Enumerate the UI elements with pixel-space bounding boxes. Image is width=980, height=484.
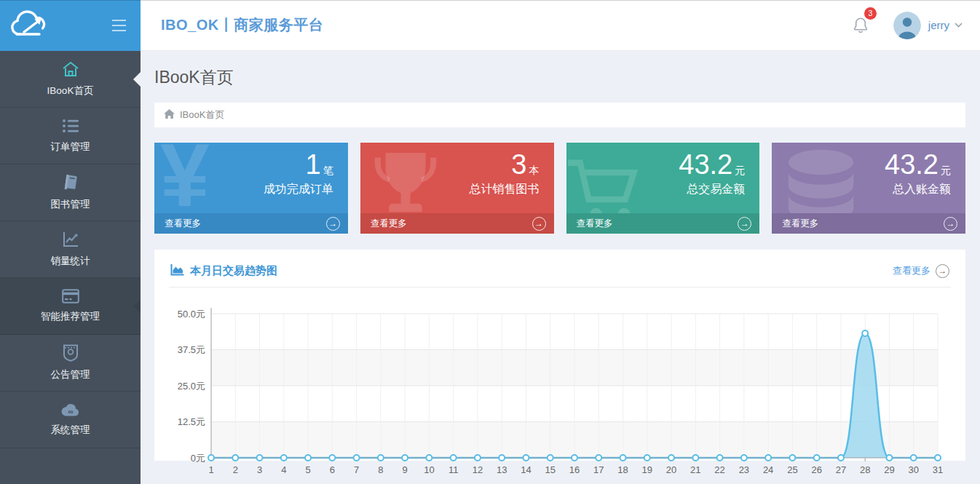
sidebar-item-1[interactable]: IBooK首页 [0, 51, 141, 108]
stat-card-3[interactable]: 43.2元总交易金额查看更多→ [566, 143, 760, 234]
svg-text:18: 18 [617, 464, 628, 475]
svg-text:12.5元: 12.5元 [178, 416, 205, 427]
stat-card-footer: 查看更多→ [772, 213, 965, 234]
content-area: IBooK首页 IBooK首页 ¥1笔成功完成订单查看更多→3本总计销售图书查看… [141, 51, 980, 484]
svg-text:1: 1 [208, 464, 213, 475]
arrow-circle-icon: → [936, 264, 949, 278]
svg-text:16: 16 [569, 464, 580, 475]
svg-text:9: 9 [403, 464, 408, 475]
stat-card-footer: 查看更多→ [566, 213, 760, 234]
view-more-link[interactable]: 查看更多 [371, 218, 407, 230]
arrow-circle-icon: → [326, 217, 340, 231]
stat-label: 总入账金额 [786, 182, 951, 197]
view-more-link[interactable]: 查看更多 [165, 218, 201, 230]
app-window: IBooK首页订单管理图书管理销量统计智能推荐管理公告管理∞系统管理 IBO_O… [0, 0, 980, 484]
cloud-icon: ∞ [61, 402, 80, 420]
sidebar-logo-block [0, 0, 141, 51]
sidebar-nav: IBooK首页订单管理图书管理销量统计智能推荐管理公告管理∞系统管理 [0, 51, 141, 484]
sidebar-item-7[interactable]: ∞系统管理 [0, 392, 141, 448]
stat-card-body: 1笔成功完成订单 [154, 143, 348, 213]
svg-text:50.0元: 50.0元 [178, 309, 205, 320]
stat-unit: 元 [735, 164, 745, 176]
svg-text:∞: ∞ [68, 408, 73, 416]
notification-badge: 3 [864, 7, 877, 20]
brand-title: IBO_OK丨商家服务平台 [161, 15, 323, 35]
cloud-logo-icon [9, 9, 54, 42]
svg-text:19: 19 [642, 464, 652, 475]
chevron-down-icon[interactable] [955, 23, 963, 28]
area-chart-icon [170, 263, 184, 278]
chart-panel: 本月日交易趋势图 查看更多 → 0元12.5元25.0元37.5元50.0元12… [154, 250, 965, 461]
sidebar-item-label: 销量统计 [51, 255, 90, 268]
svg-text:14: 14 [521, 464, 531, 475]
svg-text:25.0元: 25.0元 [178, 381, 205, 392]
sidebar-item-2[interactable]: 订单管理 [0, 108, 141, 164]
svg-text:23: 23 [739, 464, 749, 475]
username[interactable]: jerry [928, 19, 949, 31]
svg-text:17: 17 [593, 464, 604, 475]
avatar[interactable] [893, 12, 921, 39]
stat-card-footer: 查看更多→ [360, 213, 554, 234]
stat-card-1[interactable]: ¥1笔成功完成订单查看更多→ [154, 143, 348, 234]
stat-cards-row: ¥1笔成功完成订单查看更多→3本总计销售图书查看更多→43.2元总交易金额查看更… [154, 143, 965, 234]
svg-text:5: 5 [305, 464, 310, 475]
badge-icon [63, 344, 79, 365]
sidebar-item-label: 图书管理 [51, 198, 90, 211]
sidebar-item-6[interactable]: 公告管理 [0, 335, 141, 392]
sidebar-item-4[interactable]: 销量统计 [0, 221, 141, 278]
stat-value: 1笔 [169, 149, 333, 180]
stat-label: 总交易金额 [581, 182, 746, 197]
svg-text:29: 29 [884, 464, 894, 475]
main-column: IBO_OK丨商家服务平台 3 [141, 0, 980, 484]
svg-text:8: 8 [378, 464, 383, 475]
sidebar-item-label: IBooK首页 [47, 84, 94, 98]
svg-text:20: 20 [666, 464, 676, 475]
svg-text:25: 25 [787, 464, 797, 475]
page-title: IBooK首页 [154, 66, 965, 89]
arrow-circle-icon: → [532, 217, 546, 231]
svg-text:22: 22 [714, 464, 724, 475]
svg-text:15: 15 [545, 464, 555, 475]
menu-icon[interactable] [111, 17, 127, 34]
svg-text:26: 26 [811, 464, 821, 475]
view-more-link[interactable]: 查看更多 [782, 218, 818, 230]
svg-text:30: 30 [908, 464, 918, 475]
svg-text:24: 24 [763, 464, 773, 475]
line-chart-icon [62, 231, 79, 251]
sidebar-item-3[interactable]: 图书管理 [0, 164, 141, 221]
svg-text:6: 6 [330, 464, 335, 475]
stat-value: 43.2元 [581, 149, 746, 180]
hover-caret-icon [133, 299, 141, 314]
breadcrumb-home-link[interactable]: IBooK首页 [164, 108, 224, 122]
svg-text:2: 2 [233, 464, 238, 475]
order-list-icon [62, 118, 79, 137]
svg-text:0元: 0元 [191, 453, 205, 464]
topbar: IBO_OK丨商家服务平台 3 [141, 0, 980, 51]
svg-text:27: 27 [836, 464, 846, 475]
notifications-button[interactable]: 3 [853, 14, 869, 37]
stat-card-body: 43.2元总交易金额 [566, 143, 760, 213]
view-more-link[interactable]: 查看更多 [577, 218, 613, 230]
svg-text:13: 13 [497, 464, 507, 475]
sidebar-item-5[interactable]: 智能推荐管理 [0, 278, 141, 335]
svg-text:28: 28 [860, 464, 870, 475]
stat-card-2[interactable]: 3本总计销售图书查看更多→ [360, 143, 554, 234]
sidebar: IBooK首页订单管理图书管理销量统计智能推荐管理公告管理∞系统管理 [0, 0, 141, 484]
stat-unit: 笔 [323, 164, 333, 176]
svg-text:4: 4 [281, 464, 286, 475]
svg-text:37.5元: 37.5元 [178, 344, 205, 355]
svg-text:10: 10 [424, 464, 434, 475]
stat-label: 总计销售图书 [375, 182, 540, 197]
stat-value: 3本 [375, 149, 540, 180]
sidebar-item-label: 公告管理 [51, 368, 90, 381]
arrow-circle-icon: → [738, 217, 751, 231]
book-icon [62, 174, 79, 194]
stat-card-4[interactable]: 43.2元总入账金额查看更多→ [772, 143, 965, 234]
chart-view-more-link[interactable]: 查看更多 → [893, 264, 949, 278]
stat-card-body: 43.2元总入账金额 [772, 143, 965, 213]
stat-value: 43.2元 [786, 149, 951, 180]
bell-icon [853, 24, 869, 36]
svg-text:21: 21 [690, 464, 700, 475]
home-icon [61, 60, 80, 81]
active-caret-icon [133, 72, 141, 87]
